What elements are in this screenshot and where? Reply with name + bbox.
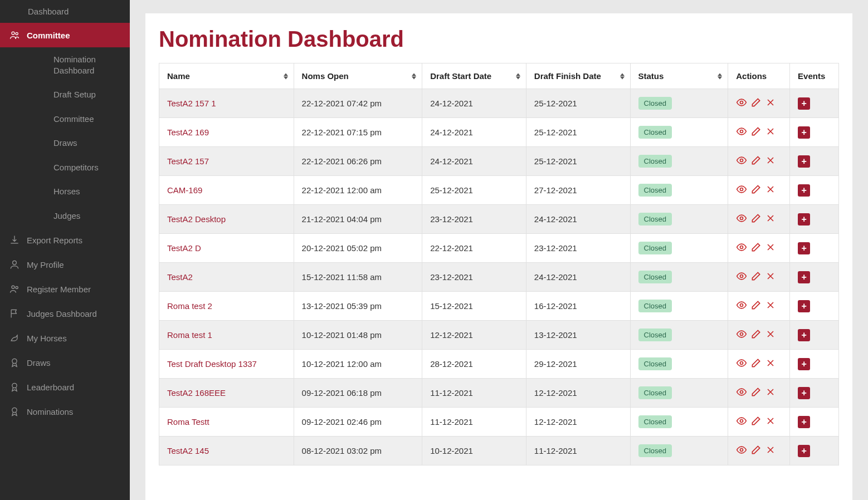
view-icon[interactable] (736, 415, 747, 428)
sidebar-item-label: Leaderboard (27, 383, 74, 392)
cell-draft-start: 10-12-2021 (422, 437, 526, 465)
view-icon[interactable] (736, 271, 747, 283)
nomination-name-link[interactable]: CAM-169 (167, 185, 202, 195)
add-event-button[interactable]: + (798, 445, 810, 457)
view-icon[interactable] (736, 126, 747, 139)
cell-noms-open: 20-12-2021 05:02 pm (294, 234, 422, 263)
add-event-button[interactable]: + (798, 242, 810, 254)
th-draft-start[interactable]: Draft Start Date (422, 63, 526, 89)
edit-icon[interactable] (750, 184, 762, 197)
sidebar-item-draws[interactable]: Draws (0, 350, 130, 375)
nomination-name-link[interactable]: Test Draft Desktop 1337 (167, 359, 257, 369)
add-event-button[interactable]: + (798, 358, 810, 370)
svg-point-8 (740, 101, 743, 104)
add-event-button[interactable]: + (798, 97, 810, 110)
nomination-name-link[interactable]: Roma Testt (167, 417, 209, 427)
delete-icon[interactable] (765, 357, 776, 370)
status-badge: Closed (638, 444, 672, 457)
sidebar-sub-committee[interactable]: Committee (53, 107, 130, 131)
th-noms-open[interactable]: Noms Open (294, 63, 422, 89)
nomination-name-link[interactable]: Roma test 1 (167, 330, 212, 340)
delete-icon[interactable] (765, 300, 776, 312)
edit-icon[interactable] (750, 357, 762, 370)
user-icon (9, 259, 20, 270)
ribbon-icon (9, 381, 20, 393)
nomination-name-link[interactable]: TestA2 157 (167, 156, 209, 166)
view-icon[interactable] (736, 357, 747, 370)
delete-icon[interactable] (765, 184, 776, 197)
nomination-name-link[interactable]: TestA2 145 (167, 446, 209, 455)
delete-icon[interactable] (765, 415, 776, 428)
view-icon[interactable] (736, 386, 747, 399)
sidebar-sub-draws[interactable]: Draws (53, 131, 130, 155)
edit-icon[interactable] (750, 271, 762, 283)
edit-icon[interactable] (750, 126, 762, 139)
add-event-button[interactable]: + (798, 213, 810, 226)
sidebar-item-nominations[interactable]: Nominations (0, 399, 130, 424)
edit-icon[interactable] (750, 242, 762, 254)
sidebar-item-committee[interactable]: Committee (0, 23, 130, 47)
sidebar-sub-horses[interactable]: Horses (53, 179, 130, 204)
sidebar-item-register-member[interactable]: Register Member (0, 277, 130, 301)
edit-icon[interactable] (750, 97, 762, 110)
sidebar-sub-competitors[interactable]: Competitors (53, 155, 130, 180)
add-event-button[interactable]: + (798, 416, 810, 428)
edit-icon[interactable] (750, 300, 762, 312)
sidebar-item-export-reports[interactable]: Export Reports (0, 228, 130, 252)
th-actions: Actions (728, 63, 790, 89)
delete-icon[interactable] (765, 213, 776, 226)
cell-draft-finish: 12-12-2021 (526, 379, 630, 408)
sidebar-sub-nomination-dashboard[interactable]: Nomination Dashboard (53, 47, 130, 82)
th-name[interactable]: Name (159, 63, 294, 89)
view-icon[interactable] (736, 184, 747, 197)
view-icon[interactable] (736, 242, 747, 254)
delete-icon[interactable] (765, 329, 776, 341)
delete-icon[interactable] (765, 242, 776, 254)
sidebar-sub-judges[interactable]: Judges (53, 204, 130, 228)
sidebar-item-leaderboard[interactable]: Leaderboard (0, 375, 130, 399)
sidebar-sub-draft-setup[interactable]: Draft Setup (53, 82, 130, 107)
view-icon[interactable] (736, 329, 747, 341)
edit-icon[interactable] (750, 155, 762, 168)
nomination-name-link[interactable]: Roma test 2 (167, 301, 212, 311)
edit-icon[interactable] (750, 329, 762, 341)
view-icon[interactable] (736, 213, 747, 226)
view-icon[interactable] (736, 300, 747, 312)
svg-point-5 (12, 359, 17, 363)
svg-point-1 (16, 32, 18, 35)
sidebar-item-my-horses[interactable]: My Horses (0, 326, 130, 350)
sidebar-item-judges-dashboard[interactable]: Judges Dashboard (0, 301, 130, 326)
edit-icon[interactable] (750, 415, 762, 428)
add-event-button[interactable]: + (798, 155, 810, 168)
th-draft-finish[interactable]: Draft Finish Date (526, 63, 630, 89)
delete-icon[interactable] (765, 444, 776, 457)
nomination-name-link[interactable]: TestA2 Desktop (167, 214, 226, 224)
view-icon[interactable] (736, 444, 747, 457)
cell-noms-open: 22-12-2021 07:15 pm (294, 118, 422, 147)
edit-icon[interactable] (750, 213, 762, 226)
delete-icon[interactable] (765, 126, 776, 139)
add-event-button[interactable]: + (798, 271, 810, 283)
delete-icon[interactable] (765, 155, 776, 168)
delete-icon[interactable] (765, 271, 776, 283)
sidebar-item-dashboard[interactable]: Dashboard (0, 0, 130, 23)
edit-icon[interactable] (750, 444, 762, 457)
add-event-button[interactable]: + (798, 300, 810, 312)
edit-icon[interactable] (750, 386, 762, 399)
nomination-name-link[interactable]: TestA2 157 1 (167, 99, 216, 108)
nomination-name-link[interactable]: TestA2 169 (167, 128, 209, 137)
delete-icon[interactable] (765, 97, 776, 110)
nomination-name-link[interactable]: TestA2 168EEE (167, 388, 226, 398)
nomination-name-link[interactable]: TestA2 D (167, 243, 201, 253)
sidebar-item-my-profile[interactable]: My Profile (0, 252, 130, 277)
th-status[interactable]: Status (630, 63, 728, 89)
view-icon[interactable] (736, 155, 747, 168)
main-content: Nomination Dashboard Name Noms Open Draf… (130, 0, 868, 500)
nomination-name-link[interactable]: TestA2 (167, 272, 193, 282)
delete-icon[interactable] (765, 386, 776, 399)
add-event-button[interactable]: + (798, 387, 810, 399)
view-icon[interactable] (736, 97, 747, 110)
add-event-button[interactable]: + (798, 126, 810, 139)
add-event-button[interactable]: + (798, 184, 810, 197)
add-event-button[interactable]: + (798, 329, 810, 341)
